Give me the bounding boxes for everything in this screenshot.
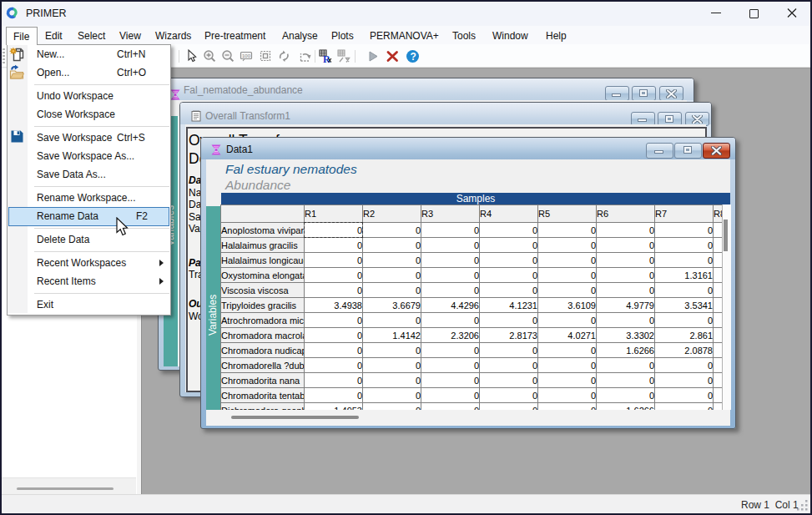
svg-text:?: ? [410, 51, 416, 63]
svg-text:R: R [323, 53, 330, 64]
svg-text:100: 100 [242, 53, 251, 58]
